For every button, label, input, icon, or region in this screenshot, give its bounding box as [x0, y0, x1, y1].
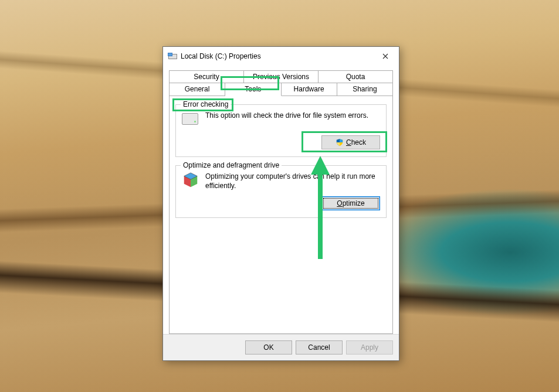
tab-previous-versions[interactable]: Previous Versions [244, 70, 319, 83]
defrag-icon [182, 172, 201, 190]
uac-shield-icon [336, 138, 344, 146]
tab-hardware[interactable]: Hardware [282, 83, 337, 96]
check-button-label: Check [346, 138, 366, 146]
tab-security[interactable]: Security [169, 70, 244, 83]
window-title: Local Disk (C:) Properties [181, 52, 261, 60]
tab-general[interactable]: General [169, 83, 225, 96]
ok-button[interactable]: OK [245, 340, 292, 354]
group-optimize: Optimize and defragment drive Optim [175, 165, 387, 218]
tab-sharing[interactable]: Sharing [337, 83, 393, 96]
close-button[interactable] [372, 47, 399, 65]
optimize-button[interactable]: Optimize [321, 196, 380, 210]
hard-drive-icon [182, 111, 201, 129]
tab-panel-tools: Error checking This option will check th… [169, 96, 393, 334]
titlebar[interactable]: Local Disk (C:) Properties [163, 47, 399, 66]
error-checking-description: This option will check the drive for fil… [205, 111, 380, 120]
cancel-button[interactable]: Cancel [296, 340, 343, 354]
group-error-checking: Error checking This option will check th… [175, 104, 387, 157]
optimize-description: Optimizing your computer's drives can he… [205, 172, 380, 190]
group-optimize-legend: Optimize and defragment drive [181, 161, 282, 169]
dialog-footer: OK Cancel Apply [163, 334, 399, 360]
close-icon [382, 53, 388, 59]
tab-strip: Security Previous Versions Quota General… [169, 70, 393, 96]
check-button[interactable]: Check [321, 135, 380, 149]
properties-dialog: Local Disk (C:) Properties Security Prev… [162, 46, 399, 361]
group-error-checking-legend: Error checking [181, 100, 231, 108]
optimize-button-label: Optimize [337, 199, 364, 207]
drive-icon [168, 53, 177, 60]
tab-quota[interactable]: Quota [319, 70, 393, 83]
tab-tools[interactable]: Tools [225, 83, 281, 96]
apply-button[interactable]: Apply [346, 340, 393, 354]
